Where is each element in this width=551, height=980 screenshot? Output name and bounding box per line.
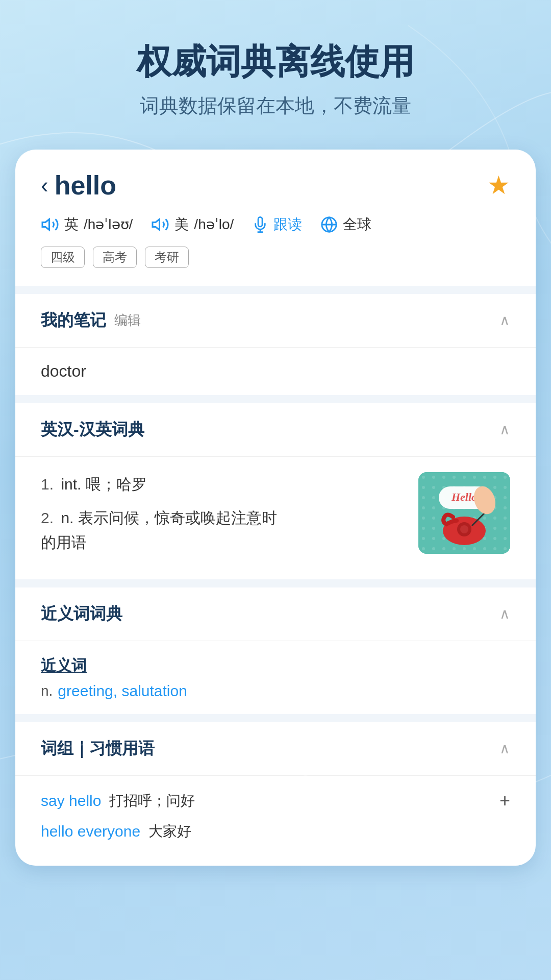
page-main-title: 权威词典离线使用 (31, 41, 520, 83)
phrase-plus-1[interactable]: + (499, 790, 510, 812)
definition-2: 2. n. 表示问候，惊奇或唤起注意时的用语 (41, 506, 408, 555)
american-pronunciation[interactable]: 美 /həˈlo/ (151, 215, 234, 234)
def-text-2: n. 表示问候，惊奇或唤起注意时的用语 (41, 509, 277, 551)
dictionary-card: ‹ hello ★ 英 /həˈləʊ/ (15, 150, 536, 866)
svg-marker-0 (42, 219, 49, 230)
back-button[interactable]: ‹ (41, 173, 48, 198)
tag-gaokao: 高考 (93, 247, 137, 268)
phrases-collapse-icon[interactable]: ∧ (499, 740, 510, 757)
mic-icon (252, 216, 268, 233)
notes-section-header[interactable]: 我的笔记 编辑 ∧ (15, 294, 536, 348)
tag-cet4: 四级 (41, 247, 85, 268)
follow-read-label: 跟读 (273, 215, 302, 234)
synonym-pos: n. (41, 683, 53, 699)
tag-graduate: 考研 (145, 247, 189, 268)
dict-definitions: 1. int. 喂；哈罗 2. n. 表示问候，惊奇或唤起注意时的用语 (41, 472, 408, 564)
definition-1: 1. int. 喂；哈罗 (41, 472, 408, 497)
page-sub-title: 词典数据保留在本地，不费流量 (31, 93, 520, 119)
phrase-item-2: hello everyone 大家好 (41, 822, 510, 841)
def-num-1: 1. (41, 476, 54, 493)
dict-collapse-icon[interactable]: ∧ (499, 421, 510, 438)
notes-section: 我的笔记 编辑 ∧ doctor (15, 294, 536, 395)
en-region-label: 英 (64, 215, 79, 234)
phrases-section-header[interactable]: 词组｜习惯用语 ∧ (15, 722, 536, 776)
synonyms-section: 近义词词典 ∧ 近义词 n. greeting, salutation (15, 587, 536, 714)
sound-en-icon (41, 215, 59, 234)
phrase-en-1[interactable]: say hello (41, 792, 101, 810)
us-phonetic: /həˈlo/ (194, 216, 234, 233)
phrases-section: 词组｜习惯用语 ∧ say hello 打招呼；问好 + hello every… (15, 722, 536, 866)
svg-point-15 (460, 525, 468, 533)
synonyms-collapse-icon[interactable]: ∧ (499, 605, 510, 622)
notes-section-title: 我的笔记 (41, 309, 106, 332)
dict-content: 1. int. 喂；哈罗 2. n. 表示问候，惊奇或唤起注意时的用语 (15, 457, 536, 579)
def-num-2: 2. (41, 509, 54, 526)
dict-section-header[interactable]: 英汉-汉英词典 ∧ (15, 403, 536, 457)
notes-content: doctor (15, 348, 536, 395)
notes-text: doctor (41, 362, 86, 380)
word-display: hello (55, 170, 116, 201)
svg-text:Hello: Hello (451, 491, 477, 503)
follow-read-button[interactable]: 跟读 (252, 215, 302, 234)
word-tags: 四级 高考 考研 (41, 247, 510, 268)
svg-marker-1 (153, 219, 160, 230)
en-phonetic: /həˈləʊ/ (84, 216, 133, 233)
global-button[interactable]: 全球 (320, 215, 371, 234)
synonyms-section-header[interactable]: 近义词词典 ∧ (15, 587, 536, 641)
synonym-label: 近义词 (41, 655, 510, 676)
favorite-star-icon[interactable]: ★ (487, 170, 510, 200)
sound-us-icon (151, 215, 169, 234)
synonyms-section-title: 近义词词典 (41, 603, 122, 625)
global-icon (320, 216, 338, 233)
notes-edit-button[interactable]: 编辑 (114, 311, 141, 329)
phrases-section-title: 词组｜习惯用语 (41, 738, 155, 760)
dict-section: 英汉-汉英词典 ∧ 1. int. 喂；哈罗 2. n. 表示问候，惊奇或唤起注… (15, 403, 536, 579)
phrase-item-1: say hello 打招呼；问好 + (41, 790, 510, 812)
phrases-content: say hello 打招呼；问好 + hello everyone 大家好 (15, 776, 536, 866)
phrase-cn-1: 打招呼；问好 (109, 791, 195, 811)
synonym-content: 近义词 n. greeting, salutation (15, 641, 536, 714)
word-header: ‹ hello ★ 英 /həˈləʊ/ (15, 150, 536, 286)
notes-collapse-icon[interactable]: ∧ (499, 312, 510, 329)
def-text-1: int. 喂；哈罗 (61, 476, 146, 493)
phrase-en-2[interactable]: hello everyone (41, 823, 140, 840)
dict-section-title: 英汉-汉英词典 (41, 419, 144, 441)
hello-illustration: Hello (418, 472, 510, 554)
synonym-words[interactable]: greeting, salutation (58, 682, 187, 700)
us-region-label: 美 (174, 215, 189, 234)
global-label: 全球 (343, 215, 371, 234)
phrase-cn-2: 大家好 (148, 822, 191, 841)
english-pronunciation[interactable]: 英 /həˈləʊ/ (41, 215, 133, 234)
